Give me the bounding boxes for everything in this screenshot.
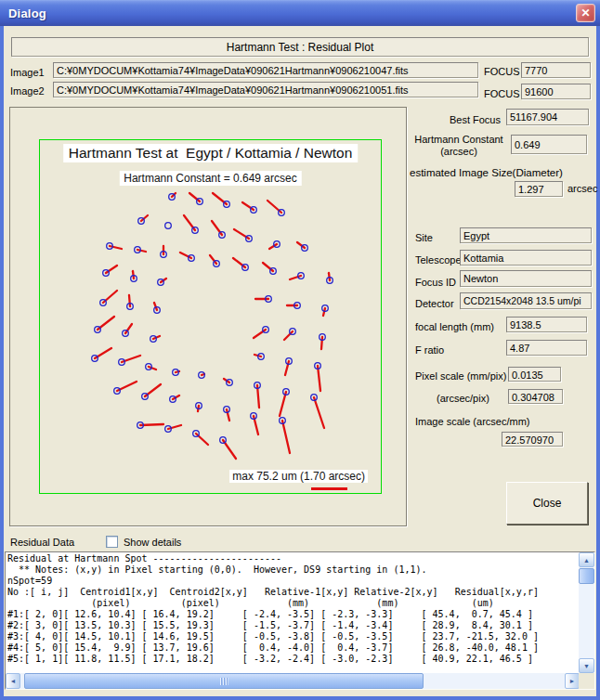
focus1-field[interactable]: 7770 [521, 62, 591, 78]
vertical-scroll-thumb[interactable] [579, 568, 594, 584]
residual-text-line: (pixel) (pixel) (mm) (mm) (um) [7, 598, 578, 609]
telescope-field[interactable]: Kottamia [460, 250, 592, 266]
scroll-right-icon: ► [569, 678, 576, 684]
image2-label: Image2 [10, 85, 45, 97]
scrollbar-corner [579, 673, 594, 689]
hartmann-plot: Hartmann Test at Egypt / Kottamia / Newt… [39, 139, 382, 494]
residual-text-line: nSpot=59 [7, 576, 578, 587]
plot-panel: Hartmann Test at Egypt / Kottamia / Newt… [9, 107, 407, 526]
residual-text-lines: Residual at Hartmann Spot --------------… [7, 553, 578, 672]
telescope-label: Telescope [415, 254, 462, 266]
scroll-down-icon: ▼ [583, 663, 590, 669]
site-label: Site [415, 232, 433, 243]
hartmann-constant-label: Hartmann Constant(arcsec) [409, 134, 509, 158]
dialog-body: Hartmann Test : Residual Plot Image1 C:¥… [4, 26, 596, 696]
residual-text-line: #5:[ 1, 1][ 11.8, 11.5] [ 17.1, 18.2] [ … [7, 654, 578, 665]
image1-label: Image1 [10, 67, 45, 78]
image-size-unit: arcsec [567, 183, 597, 194]
best-focus-label: Best Focus [394, 114, 501, 125]
close-button[interactable]: Close [506, 482, 588, 525]
focal-length-label: focal length (mm) [415, 321, 494, 332]
residual-text-line: #2:[ 3, 0][ 13.5, 10.3] [ 15.5, 19.3] [ … [7, 620, 578, 631]
focus1-label: FOCUS [484, 66, 520, 77]
pixel-scale-field[interactable]: 0.0135 [508, 367, 561, 382]
residual-text-line: #1:[ 2, 0][ 12.6, 10.4] [ 16.4, 19.2] [ … [7, 609, 578, 620]
hartmann-plot-svg [40, 140, 383, 495]
image-size-field[interactable]: 1.297 [515, 181, 563, 197]
scroll-up-icon: ▲ [583, 557, 590, 564]
plot-max-label: max 75.2 um (1.70 arcsec) [229, 470, 368, 483]
residual-text-line: Residual at Hartmann Spot --------------… [7, 553, 578, 564]
plot-scale-line [311, 487, 347, 490]
best-focus-field[interactable]: 51167.904 [506, 109, 589, 125]
dialog-header: Hartmann Test : Residual Plot [11, 37, 589, 57]
arcsec-pix-field[interactable]: 0.304708 [508, 389, 563, 404]
close-icon: ✕ [580, 6, 590, 19]
horizontal-scrollbar[interactable]: ◄ ► [6, 673, 580, 689]
scroll-left-button[interactable]: ◄ [6, 673, 20, 689]
horizontal-scroll-thumb[interactable] [24, 673, 424, 689]
window-title: Dialog [0, 6, 46, 20]
residual-text-line: No :[ i, j] Centroid1[x,y] Centroid2[x,y… [7, 587, 578, 598]
image1-path-field[interactable]: C:¥0MYDOCUM¥Kottamia74¥ImageData¥090621H… [53, 62, 478, 78]
plot-subtitle: Hartmann Constant = 0.649 arcsec [119, 171, 301, 186]
focus-id-label: Focus ID [415, 277, 456, 288]
residual-data-label: Residual Data [10, 537, 74, 548]
focus2-field[interactable]: 91600 [521, 84, 591, 99]
hartmann-constant-field[interactable]: 0.649 [511, 135, 587, 154]
plot-title: Hartmann Test at Egypt / Kottamia / Newt… [63, 144, 359, 162]
scrollbar-grip [220, 678, 228, 685]
detector-label: Detector [415, 298, 454, 309]
image-scale-field[interactable]: 22.570970 [502, 432, 563, 447]
residual-text-line: #3:[ 4, 0][ 14.5, 10.1] [ 14.6, 19.5] [ … [7, 631, 578, 642]
scroll-up-button[interactable]: ▲ [579, 552, 594, 567]
residual-text-line: ** Notes: (x,y) in Pixel starting (0,0).… [7, 564, 578, 576]
focus2-label: FOCUS [484, 88, 520, 99]
detector-field[interactable]: CCD2154x2048 13.5 um/pi [460, 292, 592, 309]
window-close-button[interactable]: ✕ [576, 4, 595, 22]
show-details-checkbox[interactable] [106, 536, 118, 548]
f-ratio-label: F ratio [415, 344, 444, 356]
scroll-left-icon: ◄ [10, 678, 17, 684]
image-scale-label: Image scale (arcsec/mm) [415, 416, 529, 427]
dialog-window: Dialog ✕ Hartmann Test : Residual Plot I… [0, 0, 600, 700]
f-ratio-field[interactable]: 4.87 [506, 340, 587, 356]
residual-text-line: #4:[ 5, 0][ 15.4, 9.9] [ 13.7, 19.6] [ 0… [7, 642, 578, 654]
vertical-scrollbar[interactable]: ▲ ▼ [579, 552, 594, 673]
site-field[interactable]: Egypt [460, 227, 592, 243]
title-bar[interactable]: Dialog ✕ [0, 0, 600, 26]
residual-text-area[interactable]: Residual at Hartmann Spot --------------… [5, 551, 595, 690]
image2-path-field[interactable]: C:¥0MYDOCUM¥Kottamia74¥ImageData¥090621H… [53, 82, 478, 97]
image-size-label: estimated Image Size(Diameter) [410, 167, 563, 178]
scroll-right-button[interactable]: ► [565, 673, 580, 689]
arcsec-pix-label: (arcsec/pix) [437, 393, 489, 404]
scroll-down-button[interactable]: ▼ [579, 658, 594, 673]
focus-id-field[interactable]: Newton [460, 270, 592, 287]
focal-length-field[interactable]: 9138.5 [506, 317, 587, 332]
show-details-label: Show details [124, 537, 181, 548]
pixel-scale-label: Pixel scale (mm/pix) [415, 370, 506, 382]
